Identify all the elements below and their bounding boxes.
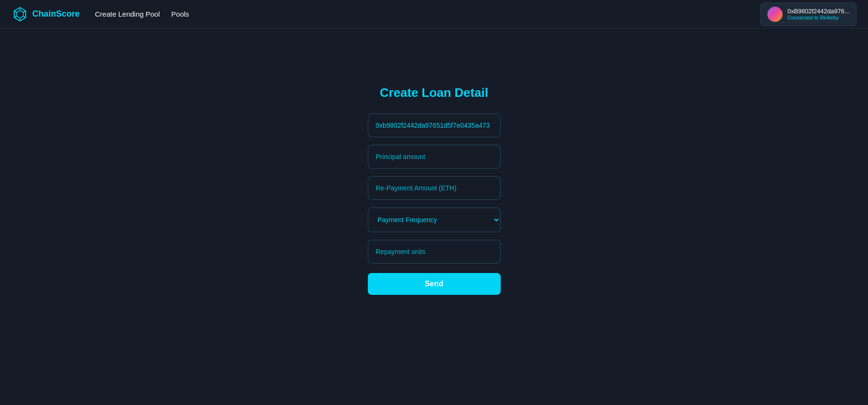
brand-name: ChainScore xyxy=(32,9,80,19)
form-title: Create Loan Detail xyxy=(380,85,488,100)
repayment-amount-input[interactable] xyxy=(368,176,501,200)
brand-logo-link[interactable]: ChainScore xyxy=(11,6,80,23)
wallet-network: Connected to Rinkeby xyxy=(787,15,849,20)
navbar-links: Create Lending Pool Pools xyxy=(95,10,760,18)
wallet-address-input[interactable] xyxy=(368,113,501,137)
send-button[interactable]: Send xyxy=(368,273,501,295)
main-content: Create Loan Detail Payment Frequency Dai… xyxy=(0,28,868,295)
wallet-address: 0xB9802f2442da976... xyxy=(787,8,849,15)
chainscore-logo-icon xyxy=(11,6,28,23)
loan-form: Payment Frequency Daily Weekly Monthly S… xyxy=(368,113,501,295)
payment-frequency-select[interactable]: Payment Frequency Daily Weekly Monthly xyxy=(368,207,501,232)
wallet-avatar-icon xyxy=(767,7,783,22)
nav-create-lending-pool[interactable]: Create Lending Pool xyxy=(95,10,160,18)
principal-amount-input[interactable] xyxy=(368,145,501,169)
wallet-badge[interactable]: 0xB9802f2442da976... Connected to Rinkeb… xyxy=(760,2,857,26)
wallet-info: 0xB9802f2442da976... Connected to Rinkeb… xyxy=(787,8,849,20)
repayment-units-input[interactable] xyxy=(368,240,501,264)
navbar: ChainScore Create Lending Pool Pools 0xB… xyxy=(0,0,868,28)
nav-pools[interactable]: Pools xyxy=(171,10,189,18)
